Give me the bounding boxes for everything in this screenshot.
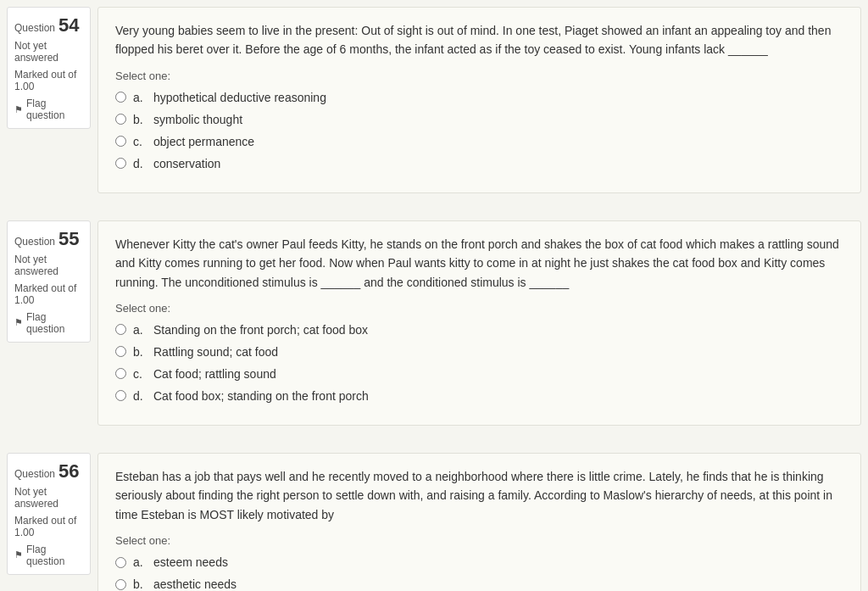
radio-54-a[interactable] [115, 92, 126, 103]
sidebar-card-54: Question 54 Not yet answered Marked out … [7, 7, 91, 129]
marked-out-54: Marked out of 1.00 [14, 69, 83, 92]
select-label-55: Select one: [115, 302, 843, 315]
not-answered-55: Not yet answered [14, 254, 83, 277]
marked-out-55: Marked out of 1.00 [14, 282, 83, 306]
question-label-56: Question 56 [14, 460, 83, 482]
option-55-c[interactable]: c. Cat food; rattling sound [115, 367, 843, 381]
not-answered-56: Not yet answered [14, 486, 83, 510]
main-content-55: Whenever Kitty the cat's owner Paul feed… [97, 214, 868, 439]
text-55-c: Cat food; rattling sound [153, 367, 276, 381]
question-block-55: Whenever Kitty the cat's owner Paul feed… [97, 220, 861, 426]
text-54-c: object permanence [153, 135, 254, 148]
sidebar-54: Question 54 Not yet answered Marked out … [0, 0, 97, 142]
question-54-row: Question 54 Not yet answered Marked out … [0, 0, 868, 207]
options-54: a. hypothetical deductive reasoning b. s… [115, 91, 843, 170]
main-content-54: Very young babies seem to live in the pr… [97, 0, 868, 207]
letter-54-d: d. [133, 157, 147, 170]
question-56-row: Question 56 Not yet answered Marked out … [0, 446, 868, 591]
text-56-a: esteem needs [153, 555, 228, 569]
radio-55-c[interactable] [115, 368, 126, 379]
flag-icon-54: ⚑ [14, 104, 23, 115]
letter-54-c: c. [133, 135, 147, 148]
text-54-a: hypothetical deductive reasoning [153, 91, 326, 104]
text-54-d: conservation [153, 157, 220, 170]
option-54-b[interactable]: b. symbolic thought [115, 113, 843, 126]
question-block-54: Very young babies seem to live in the pr… [97, 7, 861, 193]
select-label-56: Select one: [115, 534, 843, 547]
flag-icon-56: ⚑ [14, 549, 23, 560]
letter-55-c: c. [133, 367, 147, 381]
option-56-a[interactable]: a. esteem needs [115, 555, 843, 569]
sidebar-56: Question 56 Not yet answered Marked out … [0, 446, 97, 588]
sidebar-card-55: Question 55 Not yet answered Marked out … [7, 220, 91, 343]
flag-56[interactable]: ⚑ Flag question [14, 544, 83, 567]
question-label-54: Question 54 [14, 14, 83, 36]
letter-56-a: a. [133, 555, 147, 569]
flag-55[interactable]: ⚑ Flag question [14, 311, 83, 335]
option-56-b[interactable]: b. aesthetic needs [115, 577, 843, 591]
sidebar-55: Question 55 Not yet answered Marked out … [0, 214, 97, 356]
text-54-b: symbolic thought [153, 113, 242, 126]
option-54-d[interactable]: d. conservation [115, 157, 843, 170]
radio-55-a[interactable] [115, 324, 126, 335]
question-55-row: Question 55 Not yet answered Marked out … [0, 214, 868, 439]
option-55-d[interactable]: d. Cat food box; standing on the front p… [115, 389, 843, 403]
radio-56-b[interactable] [115, 579, 126, 590]
text-55-a: Standing on the front porch; cat food bo… [153, 323, 368, 337]
question-text-56: Esteban has a job that pays well and he … [115, 467, 843, 524]
text-55-b: Rattling sound; cat food [153, 345, 278, 359]
select-label-54: Select one: [115, 70, 843, 82]
options-55: a. Standing on the front porch; cat food… [115, 323, 843, 403]
question-text-55: Whenever Kitty the cat's owner Paul feed… [115, 235, 843, 292]
question-text-54: Very young babies seem to live in the pr… [115, 21, 843, 59]
flag-icon-55: ⚑ [14, 317, 23, 328]
question-block-56: Esteban has a job that pays well and he … [97, 453, 861, 591]
page-layout: Question 54 Not yet answered Marked out … [0, 0, 868, 591]
letter-54-a: a. [133, 91, 147, 104]
radio-56-a[interactable] [115, 557, 126, 568]
letter-54-b: b. [133, 113, 147, 126]
letter-56-b: b. [133, 577, 147, 591]
main-content-56: Esteban has a job that pays well and he … [97, 446, 868, 591]
text-56-b: aesthetic needs [153, 577, 236, 591]
marked-out-56: Marked out of 1.00 [14, 515, 83, 538]
page-container: Question 54 Not yet answered Marked out … [0, 0, 868, 591]
option-55-b[interactable]: b. Rattling sound; cat food [115, 345, 843, 359]
flag-54[interactable]: ⚑ Flag question [14, 98, 83, 121]
question-label-55: Question 55 [14, 228, 83, 250]
letter-55-a: a. [133, 323, 147, 337]
radio-55-b[interactable] [115, 346, 126, 357]
text-55-d: Cat food box; standing on the front porc… [153, 389, 369, 403]
radio-54-b[interactable] [115, 114, 126, 125]
option-54-a[interactable]: a. hypothetical deductive reasoning [115, 91, 843, 104]
options-56: a. esteem needs b. aesthetic needs c. th… [115, 555, 843, 591]
option-54-c[interactable]: c. object permanence [115, 135, 843, 148]
letter-55-d: d. [133, 389, 147, 403]
radio-55-d[interactable] [115, 390, 126, 401]
radio-54-d[interactable] [115, 158, 126, 169]
radio-54-c[interactable] [115, 136, 126, 147]
sidebar-card-56: Question 56 Not yet answered Marked out … [7, 453, 91, 575]
letter-55-b: b. [133, 345, 147, 359]
not-answered-54: Not yet answered [14, 40, 83, 64]
option-55-a[interactable]: a. Standing on the front porch; cat food… [115, 323, 843, 337]
